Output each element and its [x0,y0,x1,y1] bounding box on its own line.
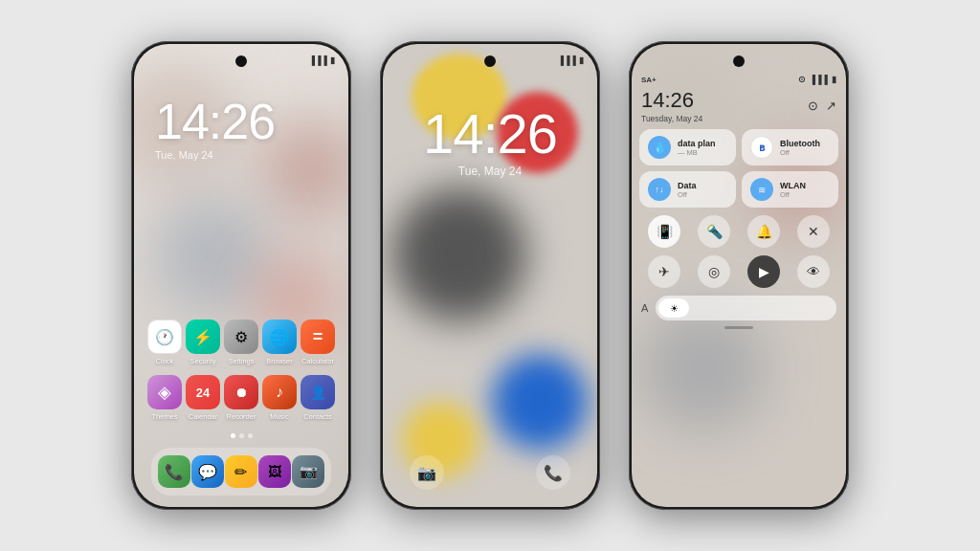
app-security[interactable]: ⚡ Security [185,320,221,365]
bluetooth-icon: ʙ [750,136,773,159]
home-time: 14:26 [155,97,348,146]
cc-brightness-row: A ☀ [639,296,838,320]
cc-time-block: 14:26 Tuesday, May 24 [641,88,702,123]
clock-icon: 🕐 [147,320,182,354]
music-icon: ♪ [262,375,297,409]
status-icons: ▐▐▐ ▮ [309,55,335,65]
settings-icon: ⚙ [224,320,258,354]
cc-battery-icon: ▮ [832,75,836,84]
app-calculator[interactable]: = Calculator [300,320,336,365]
calendar-icon: 24 [186,375,220,409]
battery-icon-2: ▮ [579,55,584,65]
security-label: Security [189,357,215,365]
dot-1 [231,433,235,438]
data-plan-icon: 💧 [648,136,671,159]
dock-camera[interactable]: 📷 [292,455,324,488]
cc-header-actions: ⊙ ↗ [808,99,836,113]
calc-label: Calculator [301,357,334,365]
calendar-label: Calendar [189,412,217,421]
cc-time: 14:26 [641,88,702,113]
recorder-label: Recorder [227,412,256,421]
lock-camera-btn[interactable]: 📷 [410,455,444,490]
dock-phone[interactable]: 📞 [158,455,190,488]
cc-brightness-icon: ☀ [670,303,679,314]
themes-label: Themes [151,412,177,421]
lock-phone-btn[interactable]: 📞 [536,455,570,490]
app-recorder[interactable]: ⏺ Recorder [223,375,259,421]
mobile-data-title: Data [678,181,697,190]
mobile-data-sub: Off [678,190,697,199]
phone-lock: ▐▐▐ ▮ 14:26 Tue, May 24 📷 📞 [380,41,600,510]
data-plan-title: data plan [678,139,716,148]
bluetooth-title: Bluetooth [780,139,820,148]
cc-settings-icon: ⊙ [798,75,806,84]
music-label: Music [270,412,289,421]
calc-icon: = [301,320,335,354]
cc-edit-icon[interactable]: ⊙ [808,99,818,113]
cc-brightness-fill: ☀ [658,298,689,318]
cc-focus-btn[interactable]: ◎ [698,255,730,288]
lock-date: Tue, May 24 [383,165,597,178]
cc-tile-wlan[interactable]: ≋ WLAN Off [742,171,838,208]
camera-punch-3 [733,55,745,67]
cc-airplane-btn[interactable]: ✈ [648,255,680,288]
app-row-2: ◈ Themes 24 Calendar ⏺ Recorder ♪ Music … [145,375,337,421]
cc-status-bar: SA+ ⊙ ▐▐▐ ▮ [639,75,838,88]
app-browser[interactable]: 🌐 Browser [261,320,298,365]
phone-home: ▐▐▐ ▮ 14:26 Tue, May 24 🕐 Clock ⚡ Securi… [131,41,351,510]
status-icons-2: ▐▐▐ ▮ [558,55,584,65]
cc-header: 14:26 Tuesday, May 24 ⊙ ↗ [639,88,838,123]
control-center: SA+ ⊙ ▐▐▐ ▮ 14:26 Tuesday, May 24 ⊙ ↗ [639,75,838,329]
cc-dnd-btn[interactable]: ✕ [797,215,830,248]
bluetooth-info: Bluetooth Off [780,139,820,157]
wlan-title: WLAN [780,181,806,190]
home-date: Tue, May 24 [155,149,348,161]
cc-tiles-grid: 💧 data plan — MB ʙ Bluetooth Off ↑↓ [639,129,838,208]
cc-carrier: SA+ [641,76,657,84]
cc-status-icons: ⊙ ▐▐▐ ▮ [798,75,836,84]
mobile-data-icon: ↑↓ [648,178,671,201]
browser-label: Browser [266,357,293,365]
app-calendar[interactable]: 24 Calendar [185,375,221,421]
dock-notes[interactable]: ✏ [225,455,257,488]
lock-time: 14:26 [383,106,597,162]
cc-signal-icon: ▐▐▐ [810,75,828,84]
cc-tile-data-plan[interactable]: 💧 data plan — MB [639,129,736,165]
lock-bottom-actions: 📷 📞 [383,455,597,490]
app-clock[interactable]: 🕐 Clock [146,320,183,365]
recorder-icon: ⏺ [224,375,258,409]
cc-quick-row-1: 📳 🔦 🔔 ✕ [639,215,838,248]
contacts-icon: 👤 [301,375,335,409]
cc-bell-btn[interactable]: 🔔 [747,215,780,248]
security-icon: ⚡ [186,320,220,354]
cc-tile-bluetooth[interactable]: ʙ Bluetooth Off [742,129,838,165]
cc-torch-btn[interactable]: 🔦 [698,215,730,248]
cc-eye-btn[interactable]: 👁 [797,255,830,288]
browser-icon: 🌐 [262,320,297,354]
cc-vibrate-btn[interactable]: 📳 [648,215,680,248]
cc-location-btn[interactable]: ▶ [747,255,780,288]
battery-icon: ▮ [330,55,335,65]
app-music[interactable]: ♪ Music [261,375,298,421]
dock-gallery[interactable]: 🖼 [258,455,291,488]
cc-share-icon[interactable]: ↗ [826,99,836,113]
app-grid: 🕐 Clock ⚡ Security ⚙ Settings 🌐 Browser … [134,320,348,430]
app-settings[interactable]: ⚙ Settings [223,320,259,365]
home-clock-area: 14:26 Tue, May 24 [134,97,348,161]
settings-label: Settings [228,357,254,365]
wlan-info: WLAN Off [780,181,806,199]
cc-brightness-track[interactable]: ☀ [656,296,836,320]
data-plan-info: data plan — MB [678,139,716,157]
app-themes[interactable]: ◈ Themes [146,375,183,421]
themes-icon: ◈ [147,375,182,409]
dock: 📞 💬 ✏ 🖼 📷 [151,448,331,496]
app-contacts[interactable]: 👤 Contacts [300,375,336,421]
signal-icon-2: ▐▐▐ [558,55,576,65]
lock-clock-area: 14:26 Tue, May 24 [383,106,597,178]
wlan-sub: Off [780,190,806,199]
dock-messages[interactable]: 💬 [191,455,224,488]
cc-tile-mobile-data[interactable]: ↑↓ Data Off [639,171,736,208]
phone-control: SA+ ⊙ ▐▐▐ ▮ 14:26 Tuesday, May 24 ⊙ ↗ [629,41,849,510]
wlan-icon: ≋ [750,178,773,201]
cc-brightness-a-label: A [641,302,648,314]
